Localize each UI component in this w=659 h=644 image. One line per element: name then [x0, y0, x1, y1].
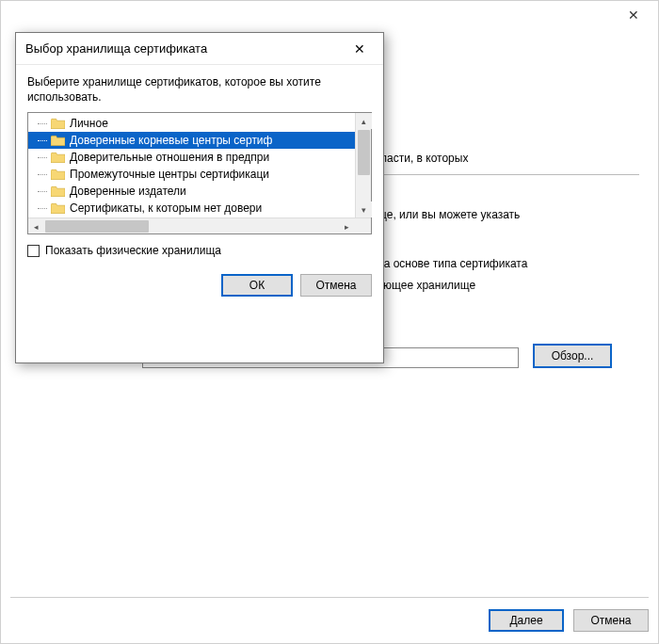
folder-icon	[51, 135, 65, 146]
wizard-text-fragment-2: ще, или вы можете указать	[378, 208, 639, 221]
scroll-left-icon[interactable]: ◂	[28, 218, 44, 234]
horizontal-scrollbar[interactable]: ◂ ▸	[28, 217, 371, 233]
close-icon: ✕	[628, 8, 639, 23]
tree-item-label: Личное	[70, 117, 108, 130]
dialog-content: Выберите хранилище сертификатов, которое…	[16, 65, 383, 308]
scroll-down-icon[interactable]: ▾	[356, 201, 372, 217]
select-store-dialog: Выбор хранилища сертификата ✕ Выберите х…	[15, 32, 384, 363]
folder-icon	[51, 169, 65, 180]
close-icon: ✕	[354, 41, 365, 56]
tree-item-label: Сертификаты, к которым нет довери	[70, 201, 262, 215]
dialog-cancel-button-label: Отмена	[315, 279, 356, 292]
tree-item[interactable]: Доверительные отношения в предпри	[28, 149, 355, 166]
wizard-text-fragment-3: на основе типа сертификата	[378, 257, 639, 270]
tree-item[interactable]: Доверенные издатели	[28, 183, 355, 200]
scroll-thumb-vertical[interactable]	[358, 130, 370, 175]
tree-item[interactable]: Промежуточные центры сертификаци	[28, 166, 355, 183]
folder-icon	[51, 118, 65, 129]
next-button[interactable]: Далее	[489, 609, 564, 632]
store-tree: ЛичноеДоверенные корневые центры сертифД…	[27, 112, 372, 234]
wizard-button-bar: Далее Отмена	[10, 597, 649, 632]
folder-icon	[51, 152, 65, 163]
show-physical-row[interactable]: Показать физические хранилища	[27, 244, 372, 257]
wizard-text-fragment-4: ующее хранилище	[378, 279, 639, 292]
wizard-cancel-button-label: Отмена	[590, 614, 631, 627]
ok-button-label: ОК	[249, 279, 265, 292]
tree-item-label: Доверенные издатели	[70, 185, 186, 198]
tree-item-label: Доверительные отношения в предпри	[70, 151, 269, 164]
scroll-thumb-horizontal[interactable]	[45, 220, 149, 233]
ok-button[interactable]: ОК	[221, 274, 293, 297]
browse-button[interactable]: Обзор...	[533, 344, 612, 368]
vertical-scrollbar[interactable]: ▴ ▾	[355, 113, 371, 217]
dialog-cancel-button[interactable]: Отмена	[300, 274, 372, 297]
wizard-cancel-button[interactable]: Отмена	[573, 609, 649, 632]
wizard-close-button[interactable]: ✕	[615, 3, 652, 27]
dialog-close-button[interactable]: ✕	[346, 41, 374, 56]
folder-icon	[51, 202, 65, 214]
dialog-titlebar[interactable]: Выбор хранилища сертификата ✕	[16, 33, 383, 65]
folder-icon	[51, 185, 65, 197]
dialog-instruction: Выберите хранилище сертификатов, которое…	[27, 74, 372, 105]
tree-item-label: Промежуточные центры сертификаци	[70, 168, 269, 181]
dialog-button-row: ОК Отмена	[27, 274, 372, 297]
store-tree-list: ЛичноеДоверенные корневые центры сертифД…	[28, 113, 355, 217]
tree-item[interactable]: Личное	[28, 115, 355, 132]
dialog-title: Выбор хранилища сертификата	[25, 41, 207, 56]
browse-button-label: Обзор...	[552, 349, 594, 362]
scroll-up-icon[interactable]: ▴	[356, 113, 372, 129]
tree-item[interactable]: Сертификаты, к которым нет довери	[28, 200, 355, 217]
tree-item-label: Доверенные корневые центры сертиф	[70, 134, 272, 147]
scroll-right-icon[interactable]: ▸	[339, 218, 355, 234]
tree-item[interactable]: Доверенные корневые центры сертиф	[28, 132, 355, 149]
next-button-label: Далее	[509, 614, 542, 627]
show-physical-checkbox[interactable]	[27, 245, 40, 257]
show-physical-label: Показать физические хранилища	[45, 244, 221, 257]
